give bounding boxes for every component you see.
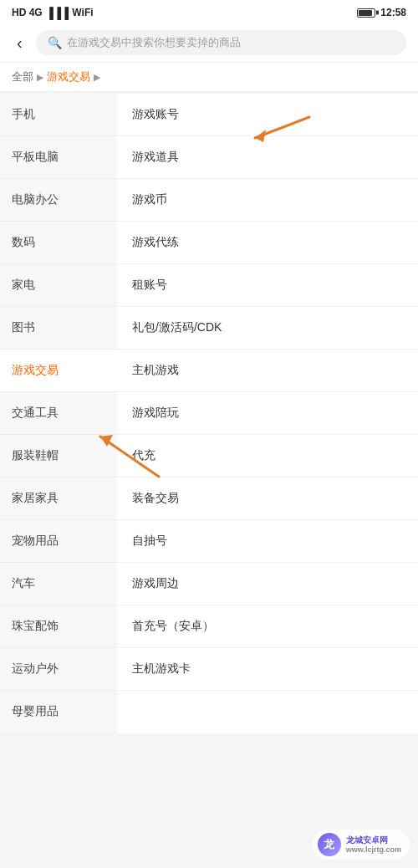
search-icon: 🔍 [48,36,62,49]
breadcrumb-sep2: ▶ [94,72,100,83]
breadcrumb: 全部 ▶ 游戏交易 ▶ [0,63,418,92]
signal-bars: ▐▐▐ [46,7,69,19]
left-category-item-muying[interactable]: 母婴用品 [0,691,117,733]
search-bar: ‹ 🔍 在游戏交易中搜索你想要卖掉的商品 [0,23,418,63]
search-placeholder: 在游戏交易中搜索你想要卖掉的商品 [67,35,241,50]
breadcrumb-current: 游戏交易 [47,69,90,84]
left-category-item-jiaju[interactable]: 家居家具 [0,477,117,520]
left-category-list: 手机平板电脑电脑办公数码家电图书游戏交易交通工具服装鞋帽家居家具宠物用品汽车珠宝… [0,94,117,733]
left-category-item-shouji[interactable]: 手机 [0,94,117,136]
status-left: HD 4G ▐▐▐ WiFi [12,7,94,19]
right-category-item-zhoubian[interactable]: 游戏周边 [117,563,418,605]
right-category-item-daichong[interactable]: 代充 [117,435,418,477]
right-category-item-zhujiyouxi[interactable]: 主机游戏 [117,350,418,392]
left-category-item-tushu[interactable]: 图书 [0,307,117,350]
page-wrapper: HD 4G ▐▐▐ WiFi 12:58 ‹ 🔍 在游戏交易中搜索你想要卖掉的商… [0,0,418,868]
right-category-item-youxibi[interactable]: 游戏币 [117,179,418,222]
wifi-icon: WiFi [72,7,93,18]
left-category-item-yundong[interactable]: 运动户外 [0,648,117,691]
right-category-item-daoju[interactable]: 游戏道具 [117,136,418,179]
watermark-line2: www.lcjrtg.com [346,845,401,855]
left-category-item-jiaotong[interactable]: 交通工具 [0,392,117,435]
back-button[interactable]: ‹ [12,32,28,54]
right-category-item-zhujika[interactable]: 主机游戏卡 [117,648,418,691]
right-category-item-zichouchao[interactable]: 自抽号 [117,520,418,563]
watermark-logo: 龙 [318,833,341,856]
right-category-item-zuzhanghao[interactable]: 租账号 [117,264,418,307]
right-category-item-zhuangbei[interactable]: 装备交易 [117,477,418,520]
right-category-item-libao[interactable]: 礼包/激活码/CDK [117,307,418,350]
network-indicator: HD 4G [12,7,43,18]
left-category-item-zhubao[interactable]: 珠宝配饰 [0,605,117,648]
status-bar: HD 4G ▐▐▐ WiFi 12:58 [0,0,418,23]
right-category-item-dailián[interactable]: 游戏代练 [117,222,418,264]
watermark-text: 龙城安卓网 www.lcjrtg.com [346,835,401,855]
main-content: 手机平板电脑电脑办公数码家电图书游戏交易交通工具服装鞋帽家居家具宠物用品汽车珠宝… [0,94,418,733]
watermark: 龙 龙城安卓网 www.lcjrtg.com [313,830,410,860]
breadcrumb-all[interactable]: 全部 [12,69,33,84]
left-category-item-youxi[interactable]: 游戏交易 [0,350,117,392]
left-category-item-pingban[interactable]: 平板电脑 [0,136,117,179]
left-category-item-chongwu[interactable]: 宠物用品 [0,520,117,563]
left-category-item-jiadian[interactable]: 家电 [0,264,117,307]
time-display: 12:58 [380,7,406,18]
status-right: 12:58 [357,7,406,18]
watermark-line1: 龙城安卓网 [346,835,401,845]
search-input-box[interactable]: 🔍 在游戏交易中搜索你想要卖掉的商品 [36,30,406,55]
right-category-item-shouchong[interactable]: 首充号（安卓） [117,605,418,648]
battery-icon [357,8,375,18]
right-category-item-peiwan[interactable]: 游戏陪玩 [117,392,418,435]
left-category-item-qiche[interactable]: 汽车 [0,563,117,605]
right-category-list: 游戏账号游戏道具游戏币游戏代练租账号礼包/激活码/CDK主机游戏游戏陪玩代充装备… [117,94,418,733]
breadcrumb-sep1: ▶ [37,72,43,83]
right-category-item-zhanghao[interactable]: 游戏账号 [117,94,418,136]
left-category-item-fuzhuang[interactable]: 服装鞋帽 [0,435,117,477]
left-category-item-diannao[interactable]: 电脑办公 [0,179,117,222]
left-category-item-shuma[interactable]: 数码 [0,222,117,264]
